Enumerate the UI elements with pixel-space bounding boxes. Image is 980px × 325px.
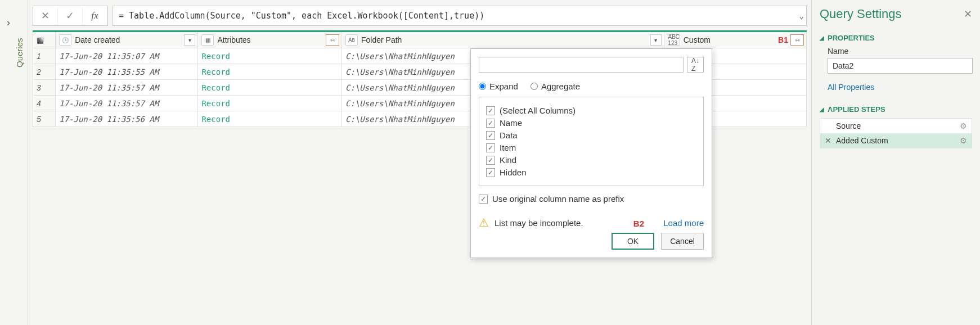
applied-steps-header[interactable]: ◢ APPLIED STEPS — [820, 105, 972, 114]
step-label: Added Custom — [836, 136, 888, 145]
formula-buttons: ✕ ✓ fx — [33, 6, 108, 26]
table-corner[interactable]: ▦ — [33, 31, 56, 48]
row-number: 4 — [33, 96, 56, 111]
any-type-icon: ABC123 — [668, 34, 680, 46]
load-more-link[interactable]: Load more — [663, 218, 704, 228]
warning-icon: ⚠ — [479, 216, 489, 229]
expand-icon[interactable]: ⇿ — [326, 34, 339, 46]
text-type-icon: AB — [345, 34, 358, 46]
formula-dropdown-icon[interactable]: ⌄ — [799, 11, 804, 20]
queries-sidebar[interactable]: › Queries — [0, 0, 28, 325]
filter-dropdown-icon[interactable]: ▾ — [650, 34, 662, 46]
sort-az-icon[interactable]: A↓Z — [687, 57, 704, 73]
column-checkbox[interactable]: ✓Hidden — [486, 168, 696, 177]
col-folder-path[interactable]: AB Folder Path ▾ — [342, 31, 664, 48]
column-checkbox[interactable]: ✓Kind — [486, 155, 696, 165]
filter-dropdown-icon[interactable]: ▾ — [184, 34, 195, 46]
formula-input[interactable]: = Table.AddColumn(Source, "Custom", each… — [113, 6, 807, 26]
col-label: Attributes — [217, 35, 250, 44]
cell-date: 17-Jun-20 11:35:56 AM — [56, 111, 198, 127]
col-label: Date created — [75, 35, 120, 44]
collapse-icon: ◢ — [820, 35, 824, 41]
queries-label: Queries — [15, 38, 24, 67]
cell-date: 17-Jun-20 11:35:07 AM — [56, 48, 198, 64]
col-custom[interactable]: ABC123 Custom B1 ⇿ — [664, 31, 806, 48]
col-date-created[interactable]: 🕒 Date created ▾ — [56, 31, 198, 48]
column-checkbox[interactable]: ✓Item — [486, 143, 696, 152]
cell-attributes[interactable]: Record — [198, 64, 342, 80]
cell-date: 17-Jun-20 11:35:57 AM — [56, 96, 198, 111]
applied-step[interactable]: Source⚙ — [820, 119, 972, 133]
query-name-input[interactable] — [828, 58, 973, 74]
badge-b2: B2 — [633, 219, 644, 228]
warning-text: List may be incomplete. — [495, 218, 583, 228]
applied-step[interactable]: ✕Added Custom⚙ — [820, 133, 972, 148]
step-label: Source — [836, 121, 861, 130]
properties-header[interactable]: ◢ PROPERTIES — [820, 34, 972, 42]
column-checkbox[interactable]: ✓Name — [486, 118, 696, 128]
cell-attributes[interactable]: Record — [198, 96, 342, 111]
column-checkbox[interactable]: ✓Data — [486, 130, 696, 140]
col-label: Custom — [684, 35, 711, 44]
col-attributes[interactable]: ▦ Attributes ⇿ — [198, 31, 342, 48]
row-number: 5 — [33, 111, 56, 127]
name-label: Name — [828, 47, 972, 56]
cell-date: 17-Jun-20 11:35:55 AM — [56, 64, 198, 80]
col-label: Folder Path — [361, 35, 402, 44]
columns-checkbox-list: ✓(Select All Columns) ✓Name✓Data✓Item✓Ki… — [479, 97, 704, 186]
cancel-icon[interactable]: ✕ — [33, 6, 58, 25]
cell-attributes[interactable]: Record — [198, 80, 342, 96]
select-all-checkbox[interactable]: ✓(Select All Columns) — [486, 106, 696, 115]
row-number: 2 — [33, 64, 56, 80]
commit-icon[interactable]: ✓ — [58, 6, 83, 25]
gear-icon[interactable]: ⚙ — [960, 136, 967, 145]
editor-area: ✕ ✓ fx = Table.AddColumn(Source, "Custom… — [28, 0, 811, 325]
row-number: 1 — [33, 48, 56, 64]
formula-text: = Table.AddColumn(Source, "Custom", each… — [119, 11, 484, 21]
cell-date: 17-Jun-20 11:35:57 AM — [56, 80, 198, 96]
record-type-icon: ▦ — [201, 34, 214, 46]
close-icon[interactable]: ✕ — [964, 8, 972, 20]
expand-radio[interactable]: Expand — [479, 82, 518, 91]
cell-attributes[interactable]: Record — [198, 111, 342, 127]
use-prefix-checkbox[interactable]: ✓Use original column name as prefix — [479, 194, 624, 204]
chevron-right-icon[interactable]: › — [7, 17, 10, 29]
gear-icon[interactable]: ⚙ — [960, 121, 967, 130]
panel-title: Query Settings — [820, 7, 972, 21]
delete-step-icon[interactable]: ✕ — [825, 136, 831, 145]
expand-icon[interactable]: ⇿ — [790, 34, 804, 46]
cell-attributes[interactable]: Record — [198, 48, 342, 64]
expand-column-popup: A↓Z Expand Aggregate ✓(Select All Column… — [470, 48, 712, 258]
applied-steps-list: Source⚙✕Added Custom⚙ — [820, 118, 972, 148]
ok-button[interactable]: OK — [612, 233, 654, 250]
fx-icon[interactable]: fx — [83, 6, 107, 25]
badge-b1: B1 — [778, 35, 788, 44]
column-search-input[interactable] — [479, 57, 684, 73]
cancel-button[interactable]: Cancel — [661, 233, 704, 250]
aggregate-radio[interactable]: Aggregate — [531, 82, 580, 91]
formula-bar: ✕ ✓ fx = Table.AddColumn(Source, "Custom… — [33, 6, 807, 26]
query-settings-panel: Query Settings ✕ ◢ PROPERTIES Name All P… — [811, 0, 980, 325]
all-properties-link[interactable]: All Properties — [828, 83, 972, 92]
datetime-type-icon: 🕒 — [59, 34, 71, 46]
row-number: 3 — [33, 80, 56, 96]
collapse-icon: ◢ — [820, 106, 824, 112]
